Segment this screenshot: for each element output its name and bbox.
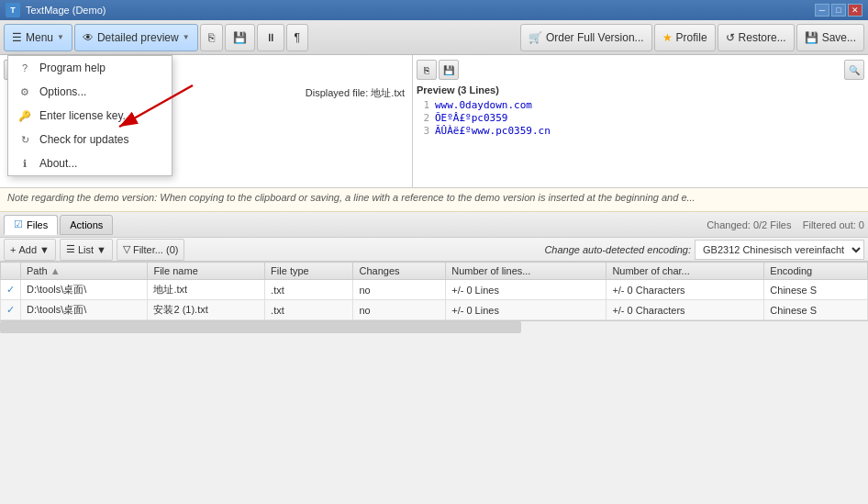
restore-label: Restore...	[739, 31, 786, 44]
save-to-button[interactable]: 💾	[225, 24, 255, 51]
changed-status: Changed: 0/2 Files	[707, 219, 791, 230]
row2-check: ✓	[1, 300, 21, 320]
filter-button[interactable]: ▽ Filter... (0)	[117, 239, 185, 261]
add-button[interactable]: + Add ▼	[4, 239, 56, 261]
cart-icon: 🛒	[529, 31, 542, 44]
order-label: Order Full Version...	[546, 31, 644, 44]
col-chars: Number of char...	[606, 263, 764, 280]
tabs-status: Changed: 0/2 Files Filtered out: 0	[707, 219, 864, 230]
add-icon: +	[10, 244, 16, 255]
tabs-row: ☑ Files Actions Changed: 0/2 Files Filte…	[0, 212, 868, 238]
encoding-select[interactable]: GB2312 Chinesisch vereinfacht	[695, 240, 864, 260]
row2-lines: +/- 0 Lines	[446, 300, 606, 320]
line-content-3: ÃÛÀë£ºwww.pc0359.cn	[435, 125, 551, 137]
row1-lines: +/- 0 Lines	[446, 280, 606, 300]
file-table: Path ▲ File name File type Changes Numbe…	[0, 262, 868, 320]
files-checkbox-icon: ☑	[14, 218, 23, 230]
preview-dropdown-arrow: ▼	[183, 33, 190, 41]
updates-icon: ↻	[17, 132, 32, 147]
profile-label: Profile	[676, 31, 707, 44]
maximize-button[interactable]: □	[831, 4, 846, 17]
line-num-2: 2	[417, 112, 429, 124]
list-label: List	[78, 244, 94, 255]
line-content-2: ÕEºÂ£ºpc0359	[435, 112, 507, 124]
row2-path: D:\tools\桌面\	[21, 300, 148, 320]
minimize-button[interactable]: ─	[815, 4, 829, 17]
tab-actions[interactable]: Actions	[60, 215, 113, 235]
tab-files[interactable]: ☑ Files	[4, 215, 58, 235]
row2-chars: +/- 0 Characters	[606, 300, 764, 320]
save-icon: 💾	[805, 31, 818, 44]
row1-name: 地址.txt	[148, 280, 265, 300]
menu-item-about[interactable]: ℹ About...	[8, 151, 172, 175]
close-button[interactable]: ✕	[848, 4, 862, 17]
line-num-3: 3	[417, 125, 429, 137]
check-updates-label: Check for updates	[39, 133, 128, 146]
right-search-btn[interactable]: 🔍	[844, 60, 864, 80]
row2-changes: no	[353, 300, 446, 320]
list-button[interactable]: ☰ List ▼	[60, 239, 113, 261]
enter-license-label: Enter license key...	[39, 109, 132, 122]
program-help-icon: ?	[17, 61, 32, 75]
save-to-icon: 💾	[233, 31, 247, 44]
preview-header: Preview (3 Lines)	[417, 84, 864, 95]
paragraph-icon: ¶	[295, 31, 300, 44]
options-icon: ⚙	[17, 84, 32, 99]
horizontal-scrollbar[interactable]	[0, 320, 868, 333]
menu-item-options[interactable]: ⚙ Options...	[8, 80, 172, 104]
title-bar: T TextMage (Demo) ─ □ ✕	[0, 0, 868, 20]
program-help-label: Program help	[39, 62, 106, 74]
files-tab-label: Files	[27, 219, 48, 230]
title-bar-controls: ─ □ ✕	[815, 4, 862, 17]
filter-row: + Add ▼ ☰ List ▼ ▽ Filter... (0) Change …	[0, 238, 868, 262]
row1-path: D:\tools\桌面\	[21, 280, 148, 300]
menu-label: Menu	[26, 31, 53, 44]
line-content-1: www.0daydown.com	[435, 99, 532, 111]
line-num-1: 1	[417, 99, 429, 111]
filter-right: Change auto-detected encoding: GB2312 Ch…	[544, 240, 864, 260]
pause-button[interactable]: ⏸	[257, 24, 284, 51]
right-panel-toolbar: ⎘ 💾 🔍	[417, 59, 864, 81]
actions-tab-label: Actions	[70, 219, 103, 230]
save-button[interactable]: 💾 Save...	[796, 24, 864, 51]
filter-icon: ▽	[123, 243, 130, 255]
menu-button[interactable]: ☰ Menu ▼	[4, 24, 72, 51]
profile-button[interactable]: ★ Profile	[654, 24, 716, 51]
right-save-btn[interactable]: 💾	[439, 60, 459, 80]
row1-chars: +/- 0 Characters	[606, 280, 764, 300]
row1-check: ✓	[1, 280, 21, 300]
detailed-preview-button[interactable]: 👁 Detailed preview ▼	[74, 24, 198, 51]
row1-type: .txt	[265, 280, 353, 300]
col-path: Path ▲	[21, 263, 148, 280]
right-copy-btn[interactable]: ⎘	[417, 60, 437, 80]
col-filename: File name	[148, 263, 265, 280]
order-button[interactable]: 🛒 Order Full Version...	[520, 24, 652, 51]
about-label: About...	[39, 157, 77, 170]
col-lines: Number of lines...	[446, 263, 606, 280]
dropdown-menu: ? Program help ⚙ Options... 🔑 Enter lice…	[7, 55, 172, 176]
paragraph-button[interactable]: ¶	[286, 24, 308, 51]
row1-encoding: Chinese S	[764, 280, 868, 300]
detailed-preview-label: Detailed preview	[97, 31, 179, 44]
preview-line-3: 3 ÃÛÀë£ºwww.pc0359.cn	[417, 125, 864, 137]
preview-lines: 1 www.0daydown.com 2 ÕEºÂ£ºpc0359 3 ÃÛÀë…	[417, 99, 864, 137]
menu-item-check-updates[interactable]: ↻ Check for updates	[8, 128, 172, 151]
about-icon: ℹ	[17, 156, 32, 171]
menu-item-enter-license[interactable]: 🔑 Enter license key...	[8, 104, 172, 128]
tabs-left: ☑ Files Actions	[4, 215, 113, 235]
menu-icon: ☰	[12, 31, 22, 44]
list-icon: ☰	[66, 243, 75, 255]
pause-icon: ⏸	[265, 31, 276, 44]
encoding-label: Change auto-detected encoding:	[544, 244, 691, 255]
menu-dropdown-arrow: ▼	[57, 33, 64, 41]
restore-button[interactable]: ↺ Restore...	[718, 24, 795, 51]
star-icon: ★	[662, 31, 673, 44]
preview-line-2: 2 ÕEºÂ£ºpc0359	[417, 112, 864, 124]
copy-button[interactable]: ⎘	[200, 24, 223, 51]
menu-item-program-help[interactable]: ? Program help	[8, 56, 172, 80]
files-area: ☑ Files Actions Changed: 0/2 Files Filte…	[0, 212, 868, 320]
table-row: ✓ D:\tools\桌面\ 安装2 (1).txt .txt no +/- 0…	[1, 300, 868, 320]
col-encoding: Encoding	[764, 263, 868, 280]
add-dropdown-icon: ▼	[39, 244, 50, 255]
preview-icon: 👁	[83, 31, 94, 44]
